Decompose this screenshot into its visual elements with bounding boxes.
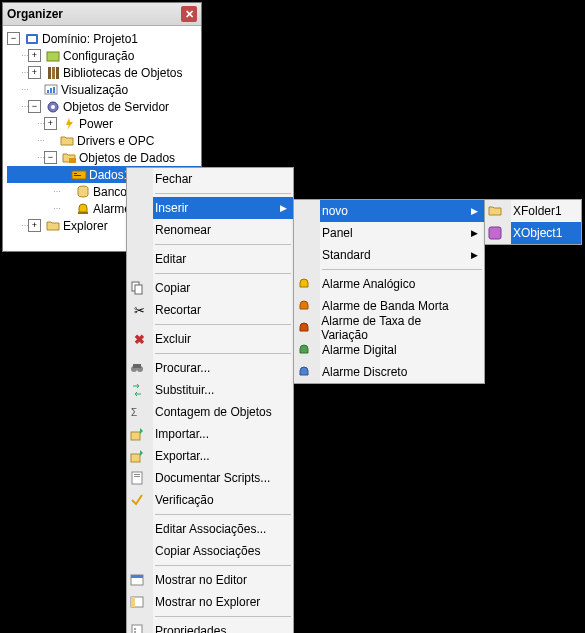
menu-item-alarme-digital[interactable]: Alarme Digital [320,339,484,361]
domain-icon [24,31,40,47]
tree-row[interactable]: ⋯ Visualização [7,81,201,98]
copy-icon [129,280,149,296]
menu-item-excluir[interactable]: ✖ Excluir [153,328,293,350]
menu-item-copiar[interactable]: Copiar [153,277,293,299]
tree-row[interactable]: ⋯ Drivers e OPC [7,132,201,149]
menu-item-alarme-discreto[interactable]: Alarme Discreto [320,361,484,383]
tree-label: Domínio: Projeto1 [42,32,138,46]
verification-icon [129,492,149,508]
menu-label: Panel [316,226,353,240]
menu-item-propriedades[interactable]: Propriedades [153,620,293,633]
expand-icon[interactable]: + [28,66,41,79]
menu-label: Recortar [149,303,201,317]
tree-row[interactable]: ⋯ + Configuração [7,47,201,64]
expand-icon[interactable]: + [44,117,57,130]
menu-item-mostrareditor[interactable]: Mostrar no Editor [153,569,293,591]
svg-rect-3 [48,67,51,79]
replace-icon [129,382,149,398]
menu-item-docscripts[interactable]: Documentar Scripts... [153,467,293,489]
import-icon [129,426,149,442]
folder-icon [59,133,75,149]
panel-titlebar: Organizer ✕ [3,3,201,26]
menu-label: Copiar [149,281,190,295]
menu-item-fechar[interactable]: Fechar [153,168,293,190]
svg-rect-27 [134,474,140,475]
menu-item-exportar[interactable]: Exportar... [153,445,293,467]
data-objects-icon [61,150,77,166]
menu-item-contagem[interactable]: Σ Contagem de Objetos [153,401,293,423]
menu-separator [155,616,291,617]
library-icon [45,65,61,81]
menu-item-copiarassoc[interactable]: Copiar Associações [153,540,293,562]
menu-item-standard[interactable]: Standard ▶ [320,244,484,266]
menu-label: Copiar Associações [149,544,260,558]
tree-row[interactable]: ⋯ − Objetos de Servidor [7,98,201,115]
no-toggle [60,203,71,214]
menu-separator [155,514,291,515]
svg-rect-30 [131,575,143,578]
menu-separator [155,324,291,325]
menu-separator [155,273,291,274]
menu-item-recortar[interactable]: ✂ Recortar [153,299,293,321]
config-icon [45,48,61,64]
menu-item-novo[interactable]: novo ▶ [320,200,484,222]
expand-icon[interactable]: + [28,219,41,232]
menu-item-verificacao[interactable]: Verificação [153,489,293,511]
cut-icon: ✂ [129,303,149,318]
menu-item-panel[interactable]: Panel ▶ [320,222,484,244]
menu-label: Renomear [149,223,211,237]
svg-point-34 [134,628,136,630]
server-objects-icon [45,99,61,115]
menu-label: Alarme de Taxa de Variação [315,314,466,342]
menu-separator [155,193,291,194]
menu-label: Excluir [149,332,191,346]
svg-rect-15 [74,175,81,176]
collapse-icon[interactable]: − [7,32,20,45]
menu-item-alarme-analogico[interactable]: Alarme Analógico [320,273,484,295]
tree-dots: ⋯ [53,187,60,196]
menu-item-inserir[interactable]: Inserir ▶ [153,197,293,219]
tree-row[interactable]: ⋯ + Power [7,115,201,132]
tree-label: Configuração [63,49,134,63]
show-explorer-icon [129,594,149,610]
menu-item-renomear[interactable]: Renomear [153,219,293,241]
menu-item-mostrarexplorer[interactable]: Mostrar no Explorer [153,591,293,613]
no-toggle [60,186,71,197]
menu-item-alarme-taxa[interactable]: Alarme de Taxa de Variação [320,317,484,339]
svg-rect-19 [135,285,142,294]
delete-icon: ✖ [129,332,149,347]
menu-item-xobject1[interactable]: XObject1 [511,222,581,244]
collapse-icon[interactable]: − [44,151,57,164]
expand-icon[interactable]: + [28,49,41,62]
svg-rect-24 [131,432,140,440]
tree-row-root[interactable]: − Domínio: Projeto1 [7,30,201,47]
svg-rect-8 [50,88,52,93]
context-menu-3: XFolder1 XObject1 [484,199,582,245]
menu-label: Standard [316,248,371,262]
tree-dots: ⋯ [37,136,44,145]
menu-item-procurar[interactable]: Procurar... [153,357,293,379]
menu-item-xfolder1[interactable]: XFolder1 [511,200,581,222]
svg-rect-1 [28,36,36,42]
tree-label: Power [79,117,113,131]
show-editor-icon [129,572,149,588]
svg-rect-17 [78,212,88,214]
tree-dots: ⋯ [21,221,28,230]
menu-item-substituir[interactable]: Substituir... [153,379,293,401]
tree-label: Bibliotecas de Objetos [63,66,182,80]
collapse-icon[interactable]: − [28,100,41,113]
menu-item-editar[interactable]: Editar [153,248,293,270]
tree-row[interactable]: ⋯ + Bibliotecas de Objetos [7,64,201,81]
tree-dots: ⋯ [37,153,44,162]
tree-dots: ⋯ [21,102,28,111]
menu-label: Substituir... [149,383,214,397]
menu-item-editassoc[interactable]: Editar Associações... [153,518,293,540]
tree-row[interactable]: ⋯ − Objetos de Dados [7,149,201,166]
menu-item-importar[interactable]: Importar... [153,423,293,445]
menu-label: Procurar... [149,361,210,375]
close-button[interactable]: ✕ [181,6,197,22]
svg-point-11 [51,105,55,109]
explorer-icon [45,218,61,234]
export-icon [129,448,149,464]
alarms-icon [75,201,91,217]
